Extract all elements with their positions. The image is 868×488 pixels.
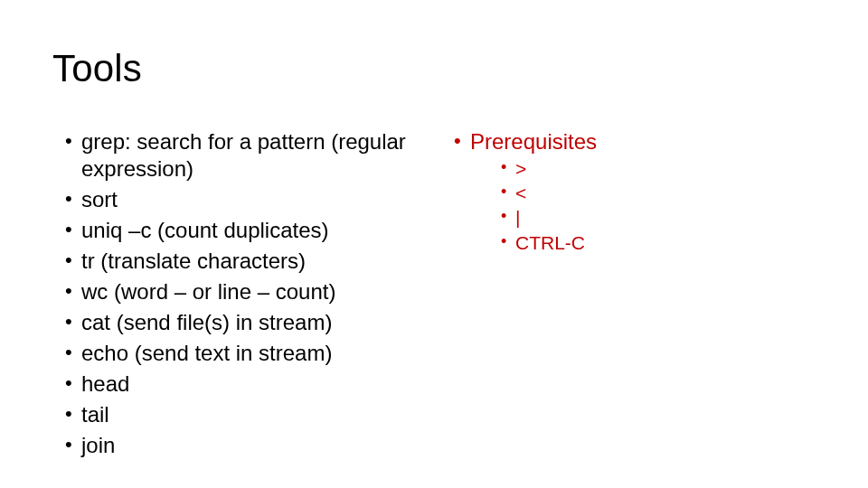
- list-item: <: [501, 182, 816, 204]
- list-item: uniq –c (count duplicates): [65, 217, 427, 244]
- list-item: echo (send text in stream): [65, 340, 427, 367]
- tools-list: grep: search for a pattern (regular expr…: [65, 128, 427, 459]
- list-item: join: [65, 432, 427, 459]
- list-item: cat (send file(s) in stream): [65, 309, 427, 336]
- list-item: sort: [65, 186, 427, 213]
- list-item: tail: [65, 401, 427, 428]
- left-column: grep: search for a pattern (regular expr…: [65, 128, 427, 463]
- prereq-header-list: Prerequisites > < | CTRL-C: [454, 128, 816, 254]
- list-item: head: [65, 371, 427, 398]
- list-item: >: [501, 157, 816, 180]
- list-item: tr (translate characters): [65, 248, 427, 275]
- slide: Tools grep: search for a pattern (regula…: [0, 0, 868, 488]
- right-column: Prerequisites > < | CTRL-C: [454, 128, 816, 258]
- list-item: grep: search for a pattern (regular expr…: [65, 128, 427, 183]
- prereq-list: > < | CTRL-C: [501, 157, 816, 254]
- prereq-header-text: Prerequisites: [470, 129, 597, 154]
- slide-title: Tools: [52, 47, 142, 90]
- prereq-header: Prerequisites > < | CTRL-C: [454, 128, 816, 254]
- list-item: |: [501, 206, 816, 229]
- list-item: CTRL-C: [501, 231, 816, 254]
- list-item: wc (word – or line – count): [65, 278, 427, 305]
